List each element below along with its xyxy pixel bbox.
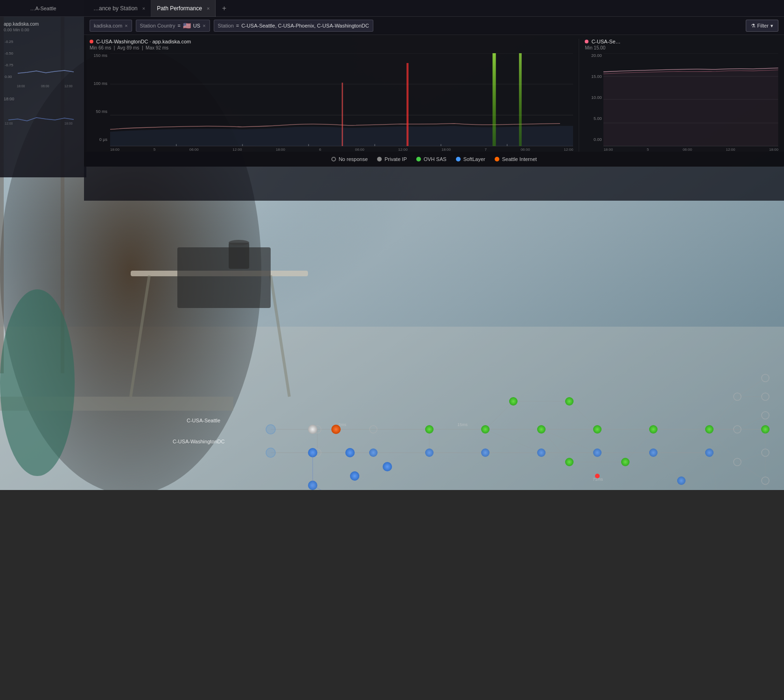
right-x-axis: 18:00 5 06:00 12:00 18:00 (603, 147, 778, 152)
y-label-2: 50 ms (96, 109, 107, 114)
y-axis: 150 ms 100 ms 50 ms 0 µs (90, 53, 110, 142)
right-x-3: 12:00 (726, 147, 735, 152)
right-y-3: 5.00 (594, 116, 602, 121)
country-chip-operator: = (177, 23, 180, 28)
x-label-5: 6 (319, 147, 321, 152)
x-label-3: 12:00 (232, 147, 242, 152)
legend-seattle-internet: Seattle Internet (495, 156, 537, 162)
left-bottom-values: 18:00 12:00 18:00 (4, 97, 83, 131)
filter-button[interactable]: ⚗ Filter ▾ (746, 20, 778, 32)
left-chart-2: 12:00 18:00 (4, 101, 78, 129)
left-filter-label: app.kadiska.com (4, 21, 83, 27)
svg-rect-31 (342, 83, 343, 146)
svg-point-12 (229, 240, 249, 245)
right-chart-svg (603, 53, 778, 147)
svg-text:12:00: 12:00 (64, 84, 73, 88)
left-chart-svg: -0.25 -0.50 -0.75 0.00 18:00 06:00 12:00 (4, 36, 78, 92)
svg-text:06:00: 06:00 (41, 84, 49, 88)
x-label-7: 12:00 (398, 147, 407, 152)
main-chart-container: 150 ms 100 ms 50 ms 0 µs (90, 53, 573, 152)
legend-bar: No response Private IP OVH SAS SoftLayer… (84, 152, 784, 167)
legend-dot-no-response (331, 157, 336, 161)
right-y-2: 10.00 (591, 95, 602, 100)
legend-label-ovh: OVH SAS (424, 156, 447, 162)
legend-dot-ovh (416, 157, 421, 161)
main-chart-subtitle: Min 66 ms | Avg 89 ms | Max 92 ms (90, 45, 573, 50)
legend-private-ip: Private IP (377, 156, 407, 162)
tab-add-button[interactable]: + (217, 2, 231, 15)
tab-close-0[interactable]: × (142, 6, 145, 11)
right-chart-dot (585, 40, 588, 43)
station-chip-value: C-USA-Seattle, C-USA-Phoenix, C-USA-Wash… (241, 23, 369, 28)
main-chart-title-text: C-USA-WashingtonDC · app.kadiska.com (96, 39, 191, 44)
domain-chip-close[interactable]: × (125, 23, 127, 28)
x-label-6: 06:00 (355, 147, 364, 152)
tab-close-1[interactable]: × (207, 6, 210, 11)
x-label-4: 18:00 (276, 147, 285, 152)
country-chip-key: Station Country (140, 23, 175, 28)
tab-label-path: Path Performance (157, 5, 202, 12)
filter-dropdown-icon: ▾ (770, 23, 773, 29)
x-label-9: 7 (485, 147, 487, 152)
x-label-0: 18:00 (110, 147, 119, 152)
left-panel: …A-Seattle app.kadiska.com 0.00 Min 0.00… (0, 0, 86, 177)
left-tab-label[interactable]: …A-Seattle (0, 0, 86, 17)
main-chart-panel: C-USA-WashingtonDC · app.kadiska.com Min… (90, 39, 579, 152)
svg-rect-13 (177, 247, 271, 308)
legend-softlayer: SoftLayer (456, 156, 485, 162)
svg-rect-28 (406, 63, 408, 146)
right-y-axis: 20.00 15.00 10.00 5.00 0.00 (585, 53, 603, 142)
right-x-0: 18:00 (603, 147, 613, 152)
x-label-11: 12:00 (564, 147, 573, 152)
legend-label-softlayer: SoftLayer (463, 156, 485, 162)
x-label-8: 18:00 (441, 147, 451, 152)
y-label-1: 0 µs (99, 137, 107, 142)
filter-chip-station[interactable]: Station = C-USA-Seattle, C-USA-Phoenix, … (214, 20, 373, 32)
legend-dot-softlayer (456, 157, 461, 161)
x-label-2: 06:00 (189, 147, 199, 152)
filter-label: Filter (757, 23, 769, 28)
tab-label-perf: …ance by Station (93, 5, 138, 12)
chart-plot-area: 18:00 5 06:00 12:00 18:00 6 06:00 12:00 … (110, 53, 573, 152)
legend-label-seattle-internet: Seattle Internet (502, 156, 537, 162)
right-chart-title: C-USA-Se… (585, 39, 778, 44)
x-axis: 18:00 5 06:00 12:00 18:00 6 06:00 12:00 … (110, 147, 573, 152)
country-chip-value: US (193, 23, 200, 28)
y-label-3: 100 ms (93, 81, 107, 86)
station-chip-key: Station (218, 23, 234, 28)
x-label-10: 06:00 (521, 147, 530, 152)
main-chart-svg (110, 53, 573, 147)
filter-bar: kadiska.com × Station Country = 🇺🇸 US × … (84, 17, 784, 35)
right-y-4: 0.00 (594, 137, 602, 142)
tab-performance-by-station[interactable]: …ance by Station × (88, 0, 151, 17)
svg-text:0.00: 0.00 (5, 75, 12, 79)
legend-dot-seattle-internet (495, 157, 499, 161)
tab-bar: …ance by Station × Path Performance × + (84, 0, 784, 17)
svg-text:12:00: 12:00 (5, 122, 13, 125)
right-chart-panel: C-USA-Se… Min 15.00 20.00 15.00 10.00 5.… (585, 39, 778, 152)
right-y-0: 20.00 (591, 53, 602, 58)
svg-text:-0.75: -0.75 (5, 63, 14, 67)
charts-area: C-USA-WashingtonDC · app.kadiska.com Min… (84, 35, 784, 152)
tab-path-performance[interactable]: Path Performance × (151, 0, 216, 17)
svg-text:-0.50: -0.50 (5, 51, 14, 56)
country-flag: 🇺🇸 (183, 22, 191, 29)
right-x-2: 06:00 (683, 147, 692, 152)
country-chip-close[interactable]: × (203, 23, 205, 28)
main-chart-title: C-USA-WashingtonDC · app.kadiska.com (90, 39, 573, 44)
x-label-1: 5 (154, 147, 155, 152)
svg-rect-30 (519, 53, 522, 146)
legend-ovh: OVH SAS (416, 156, 447, 162)
filter-chip-country[interactable]: Station Country = 🇺🇸 US × (136, 20, 210, 32)
main-ui-panel: …ance by Station × Path Performance × + … (84, 0, 784, 167)
domain-chip-label: kadiska.com (94, 23, 122, 28)
y-label-4: 150 ms (93, 53, 107, 58)
filter-icon: ⚗ (751, 23, 756, 29)
left-tab-bar: …A-Seattle (0, 0, 86, 17)
right-chart-container: 20.00 15.00 10.00 5.00 0.00 (585, 53, 778, 152)
station-chip-operator: = (236, 23, 239, 28)
right-y-1: 15.00 (591, 74, 602, 79)
filter-chip-domain[interactable]: kadiska.com × (90, 20, 132, 32)
right-chart-plot: 18:00 5 06:00 12:00 18:00 (603, 53, 778, 152)
svg-text:-0.25: -0.25 (5, 40, 14, 44)
